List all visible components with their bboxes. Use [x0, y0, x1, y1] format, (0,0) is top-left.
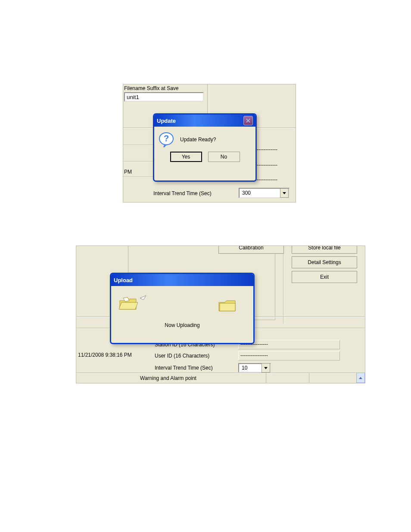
divider: [283, 246, 283, 324]
dash-text: -------------: [255, 177, 277, 183]
interval-trend-value: 300: [242, 190, 251, 196]
divider: [123, 161, 153, 162]
scroll-up-button[interactable]: [356, 373, 365, 383]
close-icon[interactable]: [243, 116, 253, 125]
dialog-titlebar: Update: [154, 115, 255, 127]
user-id-label: User ID (16 Characters): [155, 353, 209, 359]
interval-trend-label: Interval Trend Time (Sec): [153, 190, 212, 196]
interval-trend-label: Interval Trend Time (Sec): [155, 365, 213, 371]
divider: [309, 373, 309, 383]
dialog-title: Upload: [114, 277, 133, 283]
interval-trend-value: 10: [242, 365, 247, 371]
store-local-file-button[interactable]: Store local file: [292, 246, 357, 254]
footer-label: Warning and Alarm point: [140, 375, 196, 381]
chevron-down-icon[interactable]: [262, 363, 270, 373]
dash-text: -------------: [255, 162, 277, 168]
dialog-buttons: Yes No: [154, 152, 255, 166]
upload-dialog: Upload Now Uploading: [110, 273, 255, 344]
divider: [76, 373, 365, 373]
detail-settings-button[interactable]: Detail Settings: [292, 256, 357, 268]
dialog-body: Now Uploading: [111, 286, 253, 343]
question-icon: ?: [159, 132, 174, 147]
yes-button[interactable]: Yes: [170, 152, 202, 162]
filename-suffix-input[interactable]: [124, 92, 204, 102]
dialog-titlebar: Upload: [111, 274, 253, 286]
dialog-message: Update Ready?: [180, 137, 216, 143]
folder-icon: [218, 298, 237, 314]
chevron-down-icon[interactable]: [280, 188, 289, 198]
filename-suffix-label: Filename Suffix at Save: [124, 85, 179, 91]
dash-text: -------------: [255, 146, 277, 152]
interval-trend-select[interactable]: 300: [239, 188, 290, 198]
divider: [266, 373, 266, 383]
divider: [123, 145, 153, 146]
folder-open-icon: [119, 296, 138, 312]
dialog-title: Update: [157, 118, 176, 124]
update-dialog: Update ? Update Ready? Yes No: [153, 113, 257, 182]
interval-trend-select[interactable]: 10: [238, 363, 271, 373]
svg-text:?: ?: [164, 134, 169, 143]
dialog-body: ? Update Ready?: [154, 127, 255, 152]
timestamp-label: 11/21/2008 9:38:16 PM: [78, 352, 132, 358]
paper-icon: [140, 295, 147, 301]
exit-button[interactable]: Exit: [292, 271, 357, 283]
divider: [123, 177, 153, 177]
upload-message: Now Uploading: [111, 322, 253, 328]
calibration-button[interactable]: Calibration: [218, 246, 284, 254]
pm-label: PM: [124, 169, 132, 175]
no-button[interactable]: No: [208, 152, 240, 162]
user-id-field[interactable]: ----------------: [238, 351, 340, 361]
